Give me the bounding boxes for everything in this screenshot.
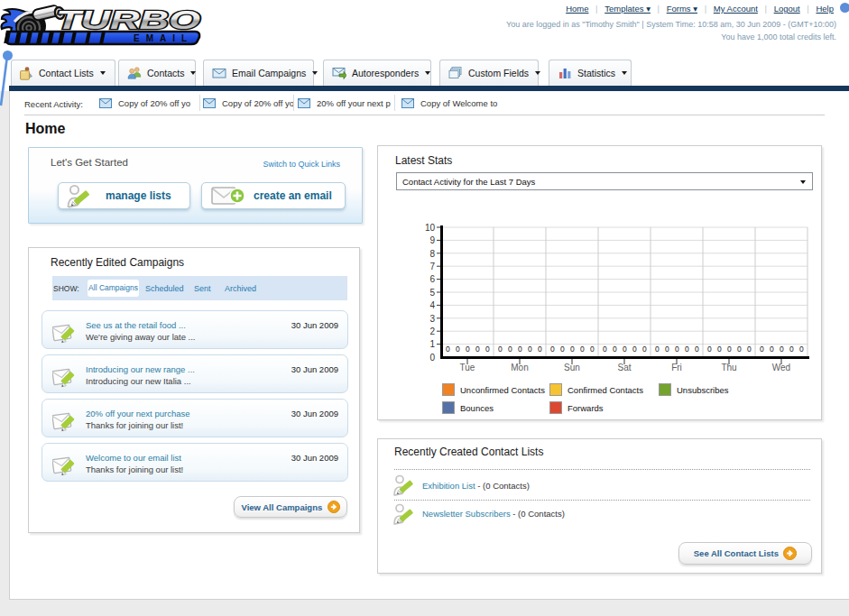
svg-text:0: 0 <box>665 345 669 354</box>
svg-text:0: 0 <box>789 345 794 354</box>
svg-text:0: 0 <box>550 345 555 354</box>
svg-text:0: 0 <box>456 345 460 354</box>
svg-text:0: 0 <box>770 345 774 354</box>
svg-text:0: 0 <box>518 345 522 354</box>
svg-text:TURBO: TURBO <box>56 5 201 34</box>
svg-text:0: 0 <box>727 345 732 354</box>
svg-text:0: 0 <box>475 345 480 354</box>
svg-text:0: 0 <box>675 345 679 354</box>
svg-text:Wed: Wed <box>772 363 790 372</box>
svg-text:0: 0 <box>570 345 575 354</box>
svg-text:0: 0 <box>466 345 470 354</box>
svg-text:Sat: Sat <box>617 363 631 372</box>
svg-text:0: 0 <box>747 345 752 354</box>
svg-text:0: 0 <box>642 345 647 354</box>
svg-text:0: 0 <box>695 345 699 354</box>
svg-text:0: 0 <box>623 345 627 354</box>
svg-text:2: 2 <box>429 326 435 336</box>
svg-text:Tue: Tue <box>460 363 475 372</box>
svg-text:0: 0 <box>538 345 542 354</box>
svg-text:4: 4 <box>429 300 435 310</box>
svg-text:0: 0 <box>590 345 595 354</box>
svg-text:0: 0 <box>508 345 512 354</box>
svg-text:Mon: Mon <box>511 363 528 372</box>
svg-text:0: 0 <box>580 345 585 354</box>
svg-text:10: 10 <box>425 223 436 233</box>
svg-text:Thu: Thu <box>721 363 736 372</box>
svg-text:7: 7 <box>429 262 435 271</box>
svg-text:0: 0 <box>528 345 532 354</box>
svg-text:0: 0 <box>655 345 660 354</box>
svg-text:0: 0 <box>429 353 435 363</box>
svg-text:0: 0 <box>560 345 565 354</box>
svg-text:EMAIL: EMAIL <box>134 33 193 43</box>
svg-text:5: 5 <box>429 288 435 298</box>
svg-text:0: 0 <box>760 345 764 354</box>
svg-text:0: 0 <box>613 345 617 354</box>
svg-text:0: 0 <box>498 345 503 354</box>
svg-text:0: 0 <box>446 345 450 354</box>
svg-text:3: 3 <box>429 314 435 324</box>
svg-text:0: 0 <box>780 345 784 354</box>
svg-text:0: 0 <box>737 345 742 354</box>
svg-text:0: 0 <box>717 345 722 354</box>
svg-text:Sun: Sun <box>564 363 580 372</box>
svg-text:9: 9 <box>429 235 435 245</box>
svg-text:0: 0 <box>799 345 804 354</box>
svg-text:0: 0 <box>707 345 712 354</box>
svg-text:0: 0 <box>485 345 490 354</box>
svg-text:1: 1 <box>429 339 435 349</box>
svg-text:8: 8 <box>429 249 435 259</box>
svg-text:6: 6 <box>429 274 435 284</box>
svg-text:Fri: Fri <box>671 363 682 372</box>
svg-text:0: 0 <box>632 345 637 354</box>
svg-text:0: 0 <box>603 345 607 354</box>
svg-text:0: 0 <box>685 345 689 354</box>
